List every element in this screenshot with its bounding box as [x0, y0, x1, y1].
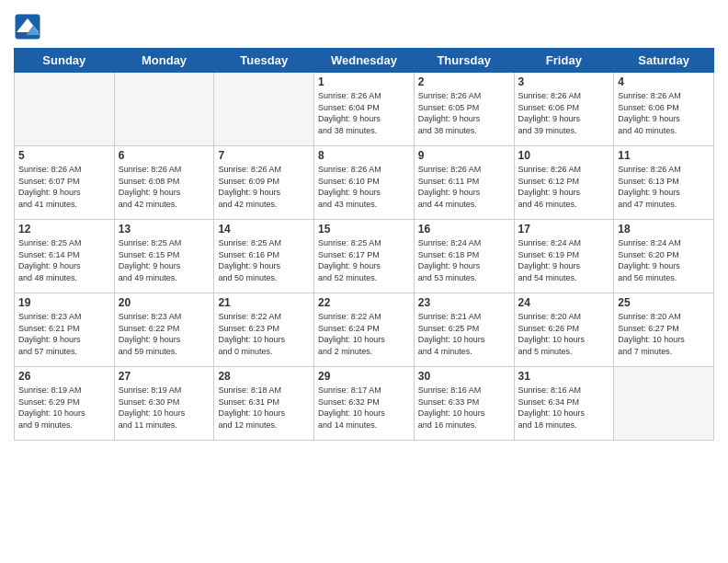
calendar-cell [214, 73, 314, 146]
day-headers: SundayMondayTuesdayWednesdayThursdayFrid… [15, 49, 714, 73]
calendar-cell [114, 73, 214, 146]
calendar-cell: 28Sunrise: 8:18 AM Sunset: 6:31 PM Dayli… [214, 367, 314, 441]
week-row-4: 26Sunrise: 8:19 AM Sunset: 6:29 PM Dayli… [15, 367, 714, 441]
calendar-cell: 20Sunrise: 8:23 AM Sunset: 6:22 PM Dayli… [114, 293, 214, 367]
calendar-cell: 23Sunrise: 8:21 AM Sunset: 6:25 PM Dayli… [414, 293, 514, 367]
day-number: 22 [318, 296, 410, 309]
calendar-cell: 31Sunrise: 8:16 AM Sunset: 6:34 PM Dayli… [514, 367, 614, 441]
calendar-cell: 1Sunrise: 8:26 AM Sunset: 6:04 PM Daylig… [314, 73, 415, 146]
calendar-cell: 7Sunrise: 8:26 AM Sunset: 6:09 PM Daylig… [214, 146, 314, 220]
day-info: Sunrise: 8:18 AM Sunset: 6:31 PM Dayligh… [218, 385, 310, 431]
day-number: 17 [518, 223, 610, 236]
day-info: Sunrise: 8:20 AM Sunset: 6:27 PM Dayligh… [618, 311, 710, 357]
day-number: 26 [18, 370, 110, 383]
day-number: 16 [418, 223, 510, 236]
calendar-cell: 9Sunrise: 8:26 AM Sunset: 6:11 PM Daylig… [414, 146, 514, 220]
day-info: Sunrise: 8:22 AM Sunset: 6:24 PM Dayligh… [318, 311, 410, 357]
day-header-saturday: Saturday [614, 49, 714, 73]
day-info: Sunrise: 8:19 AM Sunset: 6:30 PM Dayligh… [119, 385, 210, 431]
week-row-2: 12Sunrise: 8:25 AM Sunset: 6:14 PM Dayli… [15, 220, 714, 293]
day-number: 23 [418, 296, 510, 309]
week-row-0: 1Sunrise: 8:26 AM Sunset: 6:04 PM Daylig… [15, 73, 714, 146]
calendar-cell: 2Sunrise: 8:26 AM Sunset: 6:05 PM Daylig… [414, 73, 514, 146]
day-info: Sunrise: 8:21 AM Sunset: 6:25 PM Dayligh… [418, 311, 510, 357]
day-number: 4 [618, 75, 710, 88]
calendar-cell: 14Sunrise: 8:25 AM Sunset: 6:16 PM Dayli… [214, 220, 314, 293]
calendar-cell: 5Sunrise: 8:26 AM Sunset: 6:07 PM Daylig… [15, 146, 115, 220]
header [14, 9, 714, 40]
day-info: Sunrise: 8:20 AM Sunset: 6:26 PM Dayligh… [518, 311, 610, 357]
day-info: Sunrise: 8:16 AM Sunset: 6:34 PM Dayligh… [518, 385, 610, 431]
day-number: 30 [418, 370, 510, 383]
day-number: 2 [418, 75, 510, 88]
day-header-thursday: Thursday [414, 49, 514, 73]
logo-icon [14, 13, 41, 40]
calendar-cell: 22Sunrise: 8:22 AM Sunset: 6:24 PM Dayli… [314, 293, 415, 367]
day-info: Sunrise: 8:16 AM Sunset: 6:33 PM Dayligh… [418, 385, 510, 431]
day-number: 15 [318, 223, 410, 236]
calendar-cell: 3Sunrise: 8:26 AM Sunset: 6:06 PM Daylig… [514, 73, 614, 146]
day-info: Sunrise: 8:25 AM Sunset: 6:15 PM Dayligh… [119, 237, 210, 283]
day-info: Sunrise: 8:26 AM Sunset: 6:07 PM Dayligh… [18, 164, 110, 210]
day-header-wednesday: Wednesday [314, 49, 415, 73]
day-info: Sunrise: 8:24 AM Sunset: 6:20 PM Dayligh… [618, 237, 710, 283]
day-info: Sunrise: 8:22 AM Sunset: 6:23 PM Dayligh… [218, 311, 310, 357]
day-info: Sunrise: 8:26 AM Sunset: 6:13 PM Dayligh… [618, 164, 710, 210]
calendar-cell: 15Sunrise: 8:25 AM Sunset: 6:17 PM Dayli… [314, 220, 415, 293]
calendar-cell: 10Sunrise: 8:26 AM Sunset: 6:12 PM Dayli… [514, 146, 614, 220]
calendar-cell: 12Sunrise: 8:25 AM Sunset: 6:14 PM Dayli… [15, 220, 115, 293]
calendar-cell: 29Sunrise: 8:17 AM Sunset: 6:32 PM Dayli… [314, 367, 415, 441]
day-info: Sunrise: 8:23 AM Sunset: 6:21 PM Dayligh… [18, 311, 110, 357]
day-info: Sunrise: 8:26 AM Sunset: 6:04 PM Dayligh… [318, 90, 410, 136]
day-number: 1 [318, 75, 410, 88]
day-number: 29 [318, 370, 410, 383]
day-number: 28 [218, 370, 310, 383]
day-info: Sunrise: 8:26 AM Sunset: 6:10 PM Dayligh… [318, 164, 410, 210]
week-row-3: 19Sunrise: 8:23 AM Sunset: 6:21 PM Dayli… [15, 293, 714, 367]
calendar-table: SundayMondayTuesdayWednesdayThursdayFrid… [14, 48, 714, 441]
day-header-monday: Monday [114, 49, 214, 73]
day-info: Sunrise: 8:26 AM Sunset: 6:11 PM Dayligh… [418, 164, 510, 210]
calendar-cell: 8Sunrise: 8:26 AM Sunset: 6:10 PM Daylig… [314, 146, 415, 220]
day-number: 27 [119, 370, 210, 383]
day-header-sunday: Sunday [15, 49, 115, 73]
day-info: Sunrise: 8:26 AM Sunset: 6:06 PM Dayligh… [618, 90, 710, 136]
day-info: Sunrise: 8:25 AM Sunset: 6:16 PM Dayligh… [218, 237, 310, 283]
calendar-cell: 25Sunrise: 8:20 AM Sunset: 6:27 PM Dayli… [614, 293, 714, 367]
week-row-1: 5Sunrise: 8:26 AM Sunset: 6:07 PM Daylig… [15, 146, 714, 220]
day-info: Sunrise: 8:24 AM Sunset: 6:19 PM Dayligh… [518, 237, 610, 283]
day-number: 11 [618, 149, 710, 162]
day-number: 20 [119, 296, 210, 309]
page: SundayMondayTuesdayWednesdayThursdayFrid… [0, 0, 728, 563]
calendar-cell: 30Sunrise: 8:16 AM Sunset: 6:33 PM Dayli… [414, 367, 514, 441]
calendar-cell: 13Sunrise: 8:25 AM Sunset: 6:15 PM Dayli… [114, 220, 214, 293]
calendar-cell [15, 73, 115, 146]
day-info: Sunrise: 8:26 AM Sunset: 6:06 PM Dayligh… [518, 90, 610, 136]
day-info: Sunrise: 8:17 AM Sunset: 6:32 PM Dayligh… [318, 385, 410, 431]
logo [14, 13, 43, 40]
calendar-cell: 26Sunrise: 8:19 AM Sunset: 6:29 PM Dayli… [15, 367, 115, 441]
calendar-cell: 27Sunrise: 8:19 AM Sunset: 6:30 PM Dayli… [114, 367, 214, 441]
day-info: Sunrise: 8:25 AM Sunset: 6:14 PM Dayligh… [18, 237, 110, 283]
day-number: 12 [18, 223, 110, 236]
day-number: 24 [518, 296, 610, 309]
day-number: 31 [518, 370, 610, 383]
day-info: Sunrise: 8:24 AM Sunset: 6:18 PM Dayligh… [418, 237, 510, 283]
calendar-cell: 18Sunrise: 8:24 AM Sunset: 6:20 PM Dayli… [614, 220, 714, 293]
day-info: Sunrise: 8:23 AM Sunset: 6:22 PM Dayligh… [119, 311, 210, 357]
day-number: 8 [318, 149, 410, 162]
day-number: 9 [418, 149, 510, 162]
day-number: 13 [119, 223, 210, 236]
day-number: 3 [518, 75, 610, 88]
calendar-cell: 6Sunrise: 8:26 AM Sunset: 6:08 PM Daylig… [114, 146, 214, 220]
calendar-cell: 16Sunrise: 8:24 AM Sunset: 6:18 PM Dayli… [414, 220, 514, 293]
calendar-cell: 19Sunrise: 8:23 AM Sunset: 6:21 PM Dayli… [15, 293, 115, 367]
calendar-cell: 21Sunrise: 8:22 AM Sunset: 6:23 PM Dayli… [214, 293, 314, 367]
day-info: Sunrise: 8:26 AM Sunset: 6:12 PM Dayligh… [518, 164, 610, 210]
day-number: 7 [218, 149, 310, 162]
day-number: 14 [218, 223, 310, 236]
day-header-tuesday: Tuesday [214, 49, 314, 73]
day-info: Sunrise: 8:25 AM Sunset: 6:17 PM Dayligh… [318, 237, 410, 283]
day-number: 10 [518, 149, 610, 162]
day-number: 19 [18, 296, 110, 309]
